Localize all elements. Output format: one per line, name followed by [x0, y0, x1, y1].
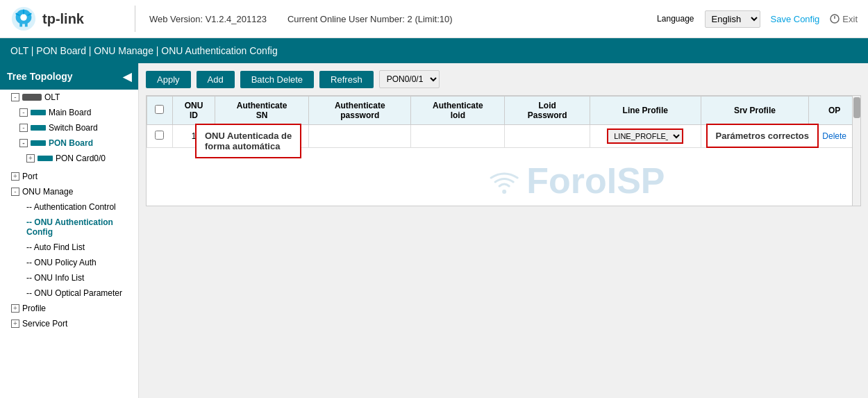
- sidebar: Tree Topology ◀ - OLT - Main Board - Swi…: [0, 63, 139, 398]
- sidebar-item-onu-info-label: -- ONU Info List: [26, 273, 84, 283]
- pon-board-icon: [31, 140, 46, 146]
- sidebar-item-olt-label: OLT: [44, 92, 60, 102]
- sidebar-item-port-label: Port: [22, 172, 37, 181]
- sidebar-item-auth-control[interactable]: -- Authentication Control: [0, 199, 138, 215]
- sidebar-item-pon-board-label: PON Board: [49, 138, 93, 148]
- sidebar-item-pon-card[interactable]: + PON Card0/0: [0, 151, 138, 166]
- olt-device-icon: [22, 94, 42, 101]
- breadcrumb-text: OLT | PON Board | ONU Manage | ONU Authe…: [10, 45, 278, 56]
- sidebar-item-onu-auth-config-label: -- ONU Authentication Config: [26, 217, 133, 237]
- sidebar-item-profile-label: Profile: [22, 304, 46, 313]
- col-header-onu-id: ONUID: [172, 97, 215, 125]
- pon-card-icon: [37, 156, 53, 161]
- scrollbar[interactable]: [852, 96, 860, 206]
- toolbar: Apply Add Batch Delete Refresh PON0/0/1 …: [146, 70, 861, 88]
- col-header-auth-password: Authenticatepassword: [309, 97, 411, 125]
- content-area: Apply Add Batch Delete Refresh PON0/0/1 …: [139, 63, 868, 398]
- sidebar-item-onu-policy[interactable]: -- ONU Policy Auth: [0, 255, 138, 270]
- refresh-button[interactable]: Refresh: [319, 71, 374, 88]
- power-icon: [830, 14, 840, 24]
- col-header-checkbox: [147, 97, 173, 125]
- sidebar-item-port[interactable]: + Port: [0, 169, 138, 184]
- line-profile-select[interactable]: LINE_PROFLE_1: [607, 128, 683, 144]
- sidebar-item-onu-auth-config[interactable]: -- ONU Authentication Config: [0, 215, 138, 240]
- table-container: ONU Autenticada deforma automática Parám…: [146, 95, 861, 206]
- main-board-icon: [31, 110, 46, 115]
- sidebar-header: Tree Topology ◀: [0, 63, 138, 90]
- sidebar-toggle-icon[interactable]: ◀: [123, 70, 131, 83]
- minus-icon-3: -: [19, 139, 28, 147]
- select-all-checkbox[interactable]: [155, 105, 164, 114]
- col-header-auth-sn: AuthenticateSN: [215, 97, 309, 125]
- tooltip-params-text: Parámetros correctos: [716, 131, 809, 141]
- sidebar-item-onu-info[interactable]: -- ONU Info List: [0, 270, 138, 285]
- profile-plus-icon: +: [11, 304, 19, 313]
- sidebar-item-auto-find[interactable]: -- Auto Find List: [0, 240, 138, 255]
- sidebar-item-switch-board[interactable]: - Switch Board: [0, 120, 138, 135]
- minus-icon-2: -: [19, 124, 28, 132]
- sidebar-item-onu-manage-label: ONU Manage: [22, 187, 73, 197]
- tp-link-logo-icon: [10, 6, 37, 32]
- apply-button[interactable]: Apply: [146, 71, 191, 88]
- sidebar-item-onu-optical-label: -- ONU Optical Parameter: [26, 288, 122, 298]
- batch-delete-button[interactable]: Batch Delete: [240, 71, 314, 88]
- svg-point-1: [20, 14, 27, 21]
- tooltip-onu-authenticated: ONU Autenticada deforma automática: [195, 124, 301, 158]
- tooltip-onu-text: ONU Autenticada deforma automática: [205, 131, 292, 151]
- logo-area: tp-link: [10, 6, 135, 32]
- minus-icon: -: [19, 108, 28, 117]
- row-checkbox[interactable]: [155, 131, 164, 140]
- sidebar-item-olt[interactable]: - OLT: [0, 90, 138, 105]
- web-version-label: Web Version: V1.2.4_201123: [149, 14, 267, 24]
- sidebar-item-onu-policy-label: -- ONU Policy Auth: [26, 258, 97, 267]
- language-select[interactable]: English Chinese: [705, 10, 760, 28]
- sidebar-item-onu-optical[interactable]: -- ONU Optical Parameter: [0, 285, 138, 301]
- sidebar-item-onu-manage[interactable]: - ONU Manage: [0, 184, 138, 199]
- sidebar-item-main-board-label: Main Board: [49, 108, 91, 117]
- col-header-line-profile: Line Profile: [590, 97, 701, 125]
- sidebar-item-pon-board[interactable]: - PON Board: [0, 135, 138, 151]
- tooltip-params-correct: Parámetros correctos: [706, 124, 819, 148]
- online-users-label: Current Online User Number: 2 (Limit:10): [287, 14, 453, 24]
- sidebar-item-switch-board-label: Switch Board: [49, 123, 98, 133]
- sidebar-title: Tree Topology: [7, 71, 73, 82]
- minus-expand-icon: -: [11, 93, 19, 101]
- save-config-button[interactable]: Save Config: [771, 14, 820, 24]
- sidebar-item-service-port-label: Service Port: [22, 319, 67, 329]
- switch-board-icon: [31, 125, 46, 131]
- port-plus-icon: +: [11, 172, 19, 181]
- delete-button[interactable]: Delete: [822, 131, 846, 141]
- header: tp-link Web Version: V1.2.4_201123 Curre…: [0, 0, 868, 38]
- main-layout: Tree Topology ◀ - OLT - Main Board - Swi…: [0, 63, 868, 398]
- col-header-srv-profile: Srv Profile: [701, 97, 809, 125]
- logo-text: tp-link: [42, 11, 84, 27]
- row-loid-password: [505, 125, 590, 148]
- watermark-text: ForoISP: [526, 163, 665, 199]
- watermark-signal-icon: [485, 163, 524, 198]
- exit-label: Exit: [842, 14, 858, 24]
- row-checkbox-cell: [147, 125, 173, 148]
- col-header-loid-password: LoidPassword: [505, 97, 590, 125]
- sidebar-item-auto-find-label: -- Auto Find List: [26, 242, 85, 252]
- sidebar-item-auth-control-label: -- Authentication Control: [26, 202, 116, 212]
- row-auth-loid: [411, 125, 505, 148]
- header-right: Language English Chinese Save Config Exi…: [657, 10, 858, 28]
- scrollbar-thumb: [853, 97, 860, 118]
- sidebar-item-pon-card-label: PON Card0/0: [56, 154, 106, 163]
- service-port-plus-icon: +: [11, 320, 19, 328]
- add-button[interactable]: Add: [197, 71, 235, 88]
- plus-icon: +: [26, 154, 35, 163]
- onu-minus-icon: -: [11, 188, 19, 196]
- exit-button[interactable]: Exit: [830, 14, 858, 24]
- sidebar-item-service-port[interactable]: + Service Port: [0, 316, 138, 331]
- col-header-auth-loid: Authenticateloid: [411, 97, 505, 125]
- breadcrumb: OLT | PON Board | ONU Manage | ONU Authe…: [0, 38, 868, 63]
- watermark: ForoISP: [485, 163, 665, 199]
- row-line-profile: LINE_PROFLE_1: [590, 125, 701, 148]
- pon-select[interactable]: PON0/0/1 PON0/0/2: [379, 70, 440, 88]
- sidebar-item-profile[interactable]: + Profile: [0, 301, 138, 316]
- language-label: Language: [657, 14, 694, 24]
- sidebar-item-main-board[interactable]: - Main Board: [0, 105, 138, 120]
- svg-point-7: [502, 190, 506, 194]
- header-info: Web Version: V1.2.4_201123 Current Onlin…: [135, 14, 657, 24]
